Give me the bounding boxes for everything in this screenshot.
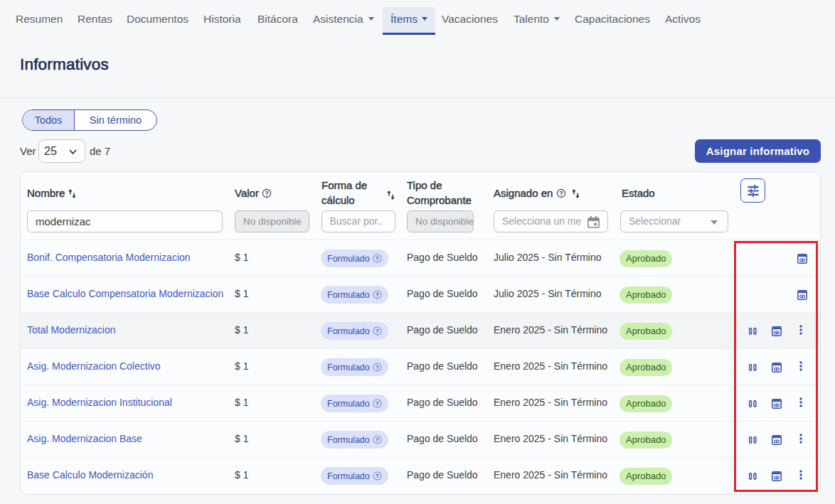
svg-text:?: ?	[376, 328, 379, 334]
svg-text:?: ?	[376, 255, 379, 262]
svg-text:?: ?	[376, 436, 379, 443]
svg-text:?: ?	[376, 400, 379, 407]
svg-text:?: ?	[376, 364, 379, 370]
svg-text:?: ?	[265, 190, 268, 197]
svg-text:?: ?	[376, 291, 379, 298]
svg-text:?: ?	[376, 473, 379, 479]
svg-text:?: ?	[559, 190, 563, 197]
